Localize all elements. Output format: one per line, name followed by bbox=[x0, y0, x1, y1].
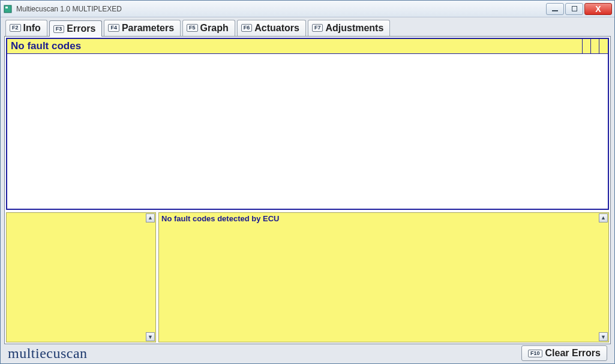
tab-label: Info bbox=[23, 23, 41, 34]
fkey-badge: F7 bbox=[312, 24, 323, 32]
scroll-down-button[interactable]: ▼ bbox=[599, 332, 608, 341]
fkey-badge: F3 bbox=[53, 25, 65, 33]
scroll-up-button[interactable]: ▲ bbox=[146, 213, 155, 222]
tab-info[interactable]: F2 Info bbox=[5, 20, 47, 36]
fkey-badge: F2 bbox=[10, 24, 21, 32]
fkey-badge: F10 bbox=[528, 350, 542, 357]
tab-graph[interactable]: F5 Graph bbox=[182, 20, 235, 36]
header-col-3 bbox=[599, 39, 608, 53]
close-button[interactable]: X bbox=[584, 3, 612, 15]
clear-errors-button[interactable]: F10 Clear Errors bbox=[521, 345, 607, 361]
fault-codes-header-row: No fault codes bbox=[7, 39, 608, 54]
tab-adjustments[interactable]: F7 Adjustments bbox=[308, 20, 390, 36]
details-row: ▲ ▼ No fault codes detected by ECU ▲ ▼ bbox=[6, 212, 609, 342]
fkey-badge: F5 bbox=[187, 24, 198, 32]
header-col-1 bbox=[583, 39, 591, 53]
window-controls: X bbox=[546, 3, 612, 15]
button-label: Clear Errors bbox=[545, 348, 601, 359]
svg-rect-1 bbox=[5, 7, 8, 8]
tab-strip: F2 Info F3 Errors F4 Parameters F5 Graph… bbox=[4, 20, 611, 36]
app-window: Multiecuscan 1.0 MULTIPLEXED X F2 Info F… bbox=[0, 0, 615, 364]
window-title: Multiecuscan 1.0 MULTIPLEXED bbox=[16, 5, 546, 13]
client-area: F2 Info F3 Errors F4 Parameters F5 Graph… bbox=[1, 17, 614, 363]
scroll-down-button[interactable]: ▼ bbox=[146, 332, 155, 341]
tab-label: Actuators bbox=[254, 23, 299, 34]
titlebar[interactable]: Multiecuscan 1.0 MULTIPLEXED X bbox=[1, 1, 614, 17]
tab-label: Parameters bbox=[122, 23, 174, 34]
scroll-up-button[interactable]: ▲ bbox=[599, 213, 608, 222]
fkey-badge: F4 bbox=[108, 24, 119, 32]
fault-codes-table: No fault codes bbox=[6, 38, 609, 210]
tab-label: Adjustments bbox=[325, 23, 383, 34]
footer-bar: multiecuscan F10 Clear Errors bbox=[4, 344, 611, 362]
header-col-2 bbox=[591, 39, 599, 53]
fkey-badge: F6 bbox=[241, 24, 253, 32]
tab-errors[interactable]: F3 Errors bbox=[49, 20, 103, 37]
brand-logo: multiecuscan bbox=[8, 345, 88, 362]
maximize-button[interactable] bbox=[565, 3, 583, 15]
app-icon bbox=[3, 4, 13, 14]
tab-parameters[interactable]: F4 Parameters bbox=[104, 20, 181, 36]
svg-rect-0 bbox=[4, 5, 11, 13]
tab-label: Errors bbox=[67, 23, 95, 34]
detail-message: No fault codes detected by ECU bbox=[161, 214, 598, 223]
detail-right-panel: No fault codes detected by ECU ▲ ▼ bbox=[158, 212, 609, 342]
fault-codes-header: No fault codes bbox=[7, 39, 583, 53]
tab-label: Graph bbox=[200, 23, 229, 34]
detail-left-panel: ▲ ▼ bbox=[6, 212, 156, 342]
minimize-button[interactable] bbox=[546, 3, 564, 15]
tab-actuators[interactable]: F6 Actuators bbox=[237, 20, 306, 36]
errors-tab-body: No fault codes ▲ ▼ No fault codes detect… bbox=[4, 36, 611, 344]
fault-codes-list[interactable] bbox=[7, 54, 608, 209]
